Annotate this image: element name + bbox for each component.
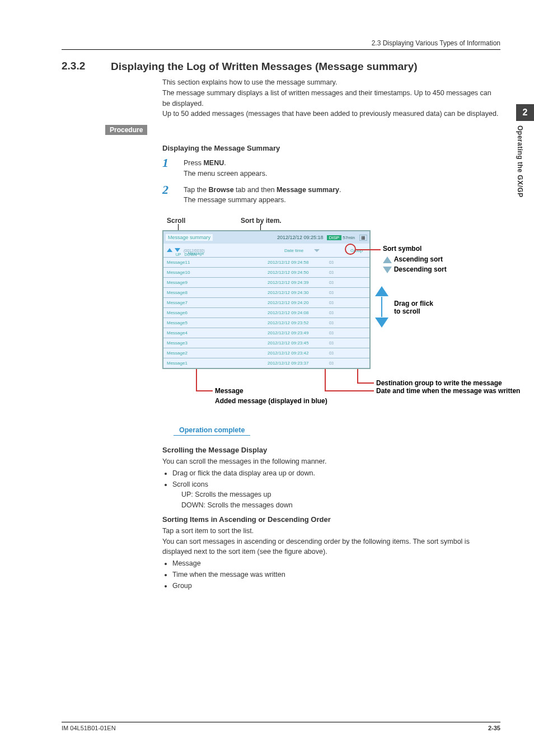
scroll-bullet-2b: DOWN: Scrolls the messages down [181, 500, 500, 511]
sorting-p2: You can sort messages in ascending or de… [162, 536, 500, 558]
label-message: Message [215, 387, 243, 395]
page-footer: IM 04L51B01-01EN 2-35 [62, 722, 500, 731]
label-sort-by: Sort by item. [241, 217, 282, 225]
scroll-bullet-2a: UP: Scrolls the messages up [181, 489, 500, 500]
col-datetime[interactable]: Date time [284, 248, 303, 253]
footer-page: 2-35 [488, 725, 500, 731]
intro-p3: Up to 50 added messages (messages that h… [162, 109, 500, 119]
intro-text: This section explains how to use the mes… [162, 77, 500, 119]
procedure-label: Procedure [105, 125, 147, 135]
descending-icon [383, 267, 392, 273]
footer-doc-id: IM 04L51B01-01EN [62, 725, 116, 731]
intro-p1: This section explains how to use the mes… [162, 77, 500, 88]
subhead-scrolling: Scrolling the Message Display [162, 446, 500, 454]
step-1-sub: The menu screen appears. [184, 170, 267, 178]
label-added: Added message (displayed in blue) [215, 397, 327, 405]
intro-p2: The message summary displays a list of w… [162, 88, 500, 109]
step-1-pre: Press [184, 159, 203, 167]
step-1-bold: MENU [203, 159, 224, 167]
step-2-mid: tab and then [234, 186, 277, 194]
section-heading: 2.3.2 Displaying the Log of Written Mess… [62, 60, 500, 73]
subhead-sorting: Sorting Items in Ascending or Descending… [162, 515, 500, 524]
table-row: Message42012/12/12 09:23:4903 [163, 328, 369, 338]
scrolling-text: You can scroll the messages in the follo… [162, 456, 500, 511]
scroll-up-icon[interactable] [167, 248, 172, 252]
step-2: 2 Tap the Browse tab and then Message su… [162, 183, 500, 206]
running-header: 2.3 Displaying Various Types of Informat… [62, 39, 500, 50]
table-row: Message82012/12/12 09:24:3003 [163, 287, 369, 297]
device-datetime: 2012/12/12 09:25:18 [277, 235, 324, 240]
step-2-number: 2 [162, 183, 176, 197]
col-message[interactable]: Message [188, 251, 204, 255]
scroll-bullet-2: Scroll icons UP: Scrolls the messages up… [172, 479, 500, 511]
step-2-b2: Message summary [277, 186, 339, 194]
subhead-display: Displaying the Message Summary [162, 144, 500, 152]
sort-bullet-3: Group [172, 581, 500, 591]
device-title: Message summary [166, 234, 213, 241]
section-number: 2.3.2 [62, 60, 95, 72]
scrolling-intro: You can scroll the messages in the follo… [162, 456, 500, 467]
scroll-down-icon[interactable] [175, 248, 180, 252]
scroll-bullet-1: Drag or flick the data display area up o… [172, 468, 500, 479]
section-title: Displaying the Log of Written Messages (… [111, 60, 500, 73]
label-destination: Destination group to write the message [376, 379, 502, 387]
sort-bullet-1: Message [172, 558, 500, 569]
table-row: Message22012/12/12 09:23:4203 [163, 348, 369, 358]
label-drag: Drag or flick to scroll [394, 300, 433, 315]
label-datetime: Date and time when the message was writt… [376, 387, 520, 395]
step-1-post: . [224, 159, 226, 167]
disp-badge: DISP [327, 235, 342, 240]
sorting-text: Tap a sort item to sort the list. You ca… [162, 526, 500, 591]
device-screenshot: Message summary 2012/12/12 09:25:18 DISP… [162, 230, 371, 369]
table-row: Message72012/12/12 09:24:2003 [163, 297, 369, 307]
disp-time: 57min [343, 235, 355, 240]
label-descending: Descending sort [394, 265, 447, 273]
callout-circle-icon [345, 244, 356, 255]
message-table[interactable]: Message112012/12/12 09:24:5803 Message10… [163, 257, 369, 368]
table-row: Message62012/12/12 09:24:0803 [163, 307, 369, 318]
label-scroll: Scroll [167, 217, 185, 225]
table-row: Message112012/12/12 09:24:5803 [163, 257, 369, 267]
table-row: Message52012/12/12 09:23:5203 [163, 318, 369, 328]
figure-message-summary: Scroll Sort by item. Message summary 201… [162, 210, 521, 417]
chapter-tab: 2 Operating the GX/GP [516, 104, 534, 198]
up-label: UP [176, 253, 181, 256]
step-2-sub: The message summary appears. [184, 196, 286, 204]
grid-icon: ▦ [359, 235, 367, 241]
label-sort-symbol: Sort symbol [383, 245, 421, 253]
drag-down-icon [375, 318, 388, 328]
table-row: Message12012/12/12 09:23:3703 [163, 358, 369, 368]
step-2-b1: Browse [208, 186, 233, 194]
sort-bullet-2: Time when the message was written [172, 570, 500, 580]
table-row: Message92012/12/12 09:24:3903 [163, 277, 369, 287]
step-2-post: . [339, 186, 341, 194]
step-1-number: 1 [162, 156, 176, 170]
sorting-p1: Tap a sort item to sort the list. [162, 526, 500, 536]
table-row: Message102012/12/12 09:24:5003 [163, 267, 369, 277]
drag-up-icon [375, 286, 388, 296]
chapter-title: Operating the GX/GP [516, 125, 524, 198]
label-ascending: Ascending sort [394, 255, 443, 263]
table-row: Message32012/12/12 09:23:4503 [163, 338, 369, 348]
ascending-icon [383, 256, 392, 263]
step-1: 1 Press MENU. The menu screen appears. [162, 156, 500, 179]
breadcrumb: 2.3 Displaying Various Types of Informat… [372, 39, 500, 47]
operation-complete: Operation complete [174, 425, 250, 436]
step-2-pre: Tap the [184, 186, 208, 194]
chapter-number: 2 [516, 104, 534, 121]
